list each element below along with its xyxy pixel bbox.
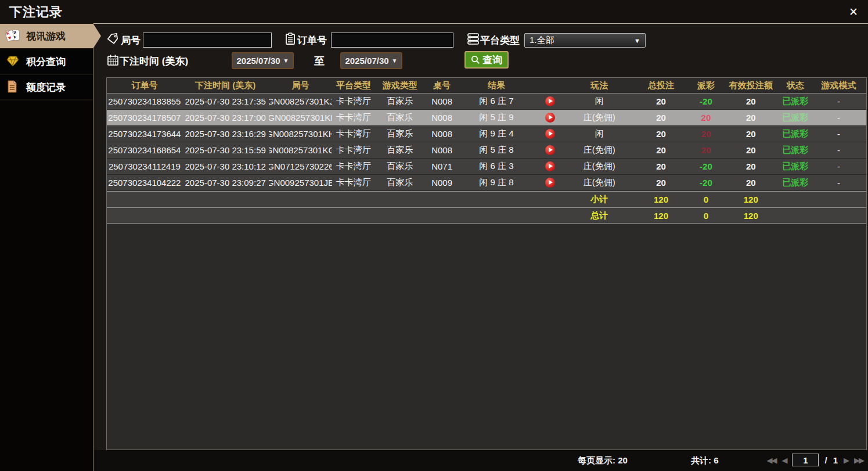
round-number-cell: GN008257301KH [269,126,333,142]
col-header-replay [534,78,566,93]
play-icon[interactable] [545,96,555,106]
platform-type-icon [467,33,478,44]
play-icon[interactable] [545,113,555,123]
payout-cell: -20 [689,159,722,174]
result-cell: 闲 9 庄 4 [459,126,534,142]
col-header-payout: 派彩 [689,78,722,93]
result-cell: 闲 5 庄 9 [459,110,534,125]
result-cell: 闲 5 庄 8 [459,142,534,158]
col-header-platform: 平台类型 [332,78,374,93]
round-number-cell: GN07125730226 [269,159,333,174]
chevron-down-icon: ▼ [634,37,640,44]
betting-records-window: 下注记录 ✕ 9♠ K♥ 视讯游戏 积分查询 [0,0,868,471]
total-bet-cell: 20 [633,175,690,190]
col-header-game-type: 游戏类型 [374,78,425,93]
subtotal-valid-bet: 120 [722,192,779,207]
play-icon[interactable] [545,145,555,155]
first-page-icon[interactable]: ◀◀ [766,456,776,465]
pagination: ◀◀ ◀ / 1 ▶ ▶▶ [766,454,863,466]
game-mode-cell: - [811,159,866,174]
table-number-cell: N008 [425,110,459,125]
platform-cell: 卡卡湾厅 [332,142,374,158]
platform-type-select[interactable]: 1.全部 ▼ [524,33,646,48]
order-number-cell: 250730234173644 [107,126,182,142]
tag-icon [107,33,118,45]
order-number-cell: 250730234168654 [107,142,182,158]
sidebar-item-label: 额度记录 [26,81,66,94]
date-to-value: 2025/07/30 [345,56,389,66]
play-icon[interactable] [545,129,555,139]
payout-cell: -20 [689,94,722,109]
replay-cell [534,159,566,174]
result-cell: 闲 9 庄 8 [459,175,534,190]
payout-cell: 20 [689,126,722,142]
order-number-cell: 250730234112419 [107,159,182,174]
close-icon[interactable]: ✕ [846,5,861,20]
search-icon [471,55,480,64]
bet-time-label: 下注时间 (美东) [120,55,188,68]
table-row[interactable]: 250730234168654 2025-07-30 23:15:59 GN00… [107,142,866,159]
chevron-down-icon: ▼ [392,57,398,64]
round-number-cell: GN009257301JE [269,175,333,190]
valid-bet-cell: 20 [722,110,779,125]
order-number-input[interactable] [331,33,453,48]
date-from-picker[interactable]: 2025/07/30 ▼ [232,52,294,69]
game-mode-cell: - [811,94,866,109]
table-row[interactable]: 250730234112419 2025-07-30 23:10:12 GN07… [107,159,866,175]
table-number-cell: N009 [425,175,459,190]
subtotal-payout: 0 [689,192,722,207]
round-number-input[interactable] [143,33,272,48]
play-type-cell: 闲 [566,94,633,109]
grand-total-payout: 0 [689,208,722,223]
replay-cell [534,94,566,109]
status-badge: 已派彩 [779,142,811,158]
bet-time-cell: 2025-07-30 23:16:29 [182,126,269,142]
col-header-table: 桌号 [425,78,459,93]
replay-cell [534,126,566,142]
query-button[interactable]: 查询 [464,51,509,69]
page-title: 下注记录 [9,3,63,21]
sidebar-item-video-games[interactable]: 9♠ K♥ 视讯游戏 [0,24,93,49]
table-number-cell: N008 [425,126,459,142]
platform-type-value: 1.全部 [530,35,554,46]
table-row[interactable]: 250730234178507 2025-07-30 23:17:00 GN00… [107,110,866,126]
next-page-icon[interactable]: ▶ [844,456,848,465]
table-number-cell: N071 [425,159,459,174]
table-row[interactable]: 250730234173644 2025-07-30 23:16:29 GN00… [107,126,866,142]
round-number-cell: GN008257301KG [269,142,333,158]
to-label: 至 [314,54,325,68]
playing-cards-icon: 9♠ K♥ [6,29,21,43]
clipboard-icon [284,33,296,44]
date-to-picker[interactable]: 2025/07/30 ▼ [340,52,402,69]
play-type-cell: 闲 [566,126,633,142]
play-icon[interactable] [545,178,555,188]
table-header-row: 订单号 下注时间 (美东) 局号 平台类型 游戏类型 桌号 结果 玩法 总投注 … [107,78,866,94]
order-number-cell: 250730234178507 [107,110,182,125]
game-type-cell: 百家乐 [374,94,425,109]
table-row[interactable]: 250730234183855 2025-07-30 23:17:35 GN00… [107,94,866,110]
col-header-status: 状态 [779,78,811,93]
last-page-icon[interactable]: ▶▶ [854,456,863,465]
col-header-result: 结果 [459,78,534,93]
table-row[interactable]: 250730234104222 2025-07-30 23:09:27 GN00… [107,175,866,191]
valid-bet-cell: 20 [722,159,779,174]
sidebar-item-quota-records[interactable]: 额度记录 [0,75,93,100]
status-badge: 已派彩 [779,159,811,174]
total-count-label: 共计: 6 [691,455,719,466]
calendar-icon [107,54,118,66]
bet-time-cell: 2025-07-30 23:10:12 [182,159,269,174]
page-number-input[interactable] [792,454,819,466]
bet-time-cell: 2025-07-30 23:17:00 [182,110,269,125]
prev-page-icon[interactable]: ◀ [781,456,786,465]
col-header-game-mode: 游戏模式 [811,78,866,93]
col-header-order: 订单号 [107,78,182,93]
play-icon[interactable] [545,161,555,171]
valid-bet-cell: 20 [722,94,779,109]
valid-bet-cell: 20 [722,142,779,158]
grand-total-row: 总计 120 0 120 [107,207,866,224]
sidebar-item-label: 视讯游戏 [26,30,66,43]
sidebar-item-points-query[interactable]: 积分查询 [0,49,93,75]
game-mode-cell: - [811,126,866,142]
table-number-cell: N008 [425,94,459,109]
play-type-cell: 庄(免佣) [566,175,633,190]
